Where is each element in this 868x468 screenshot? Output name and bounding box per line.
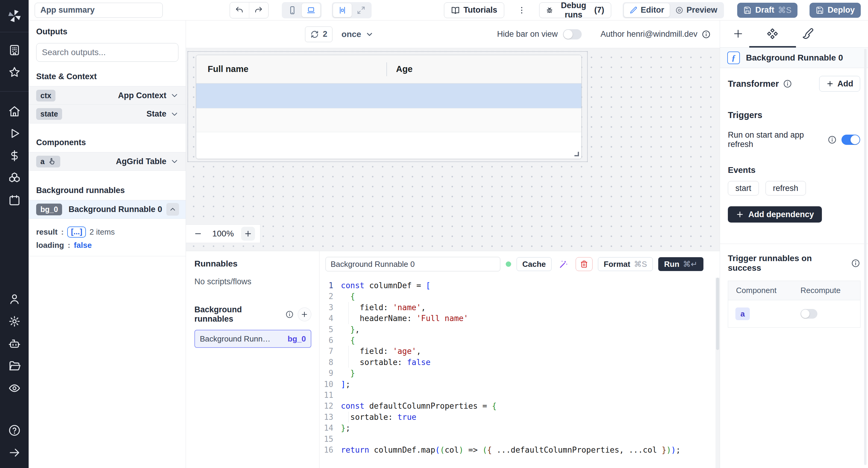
table-column-age[interactable]: Age (386, 62, 412, 76)
event-chip[interactable]: start (728, 181, 759, 196)
panel-scrollbar[interactable] (864, 49, 867, 465)
desktop-view-button[interactable] (302, 3, 320, 17)
code-line[interactable]: 8 sortable: false (319, 357, 715, 368)
code-line[interactable]: 5 }, (319, 324, 715, 335)
sidebar-item-schedules[interactable] (0, 189, 29, 211)
draft-button[interactable]: Draft ⌘S (737, 3, 798, 18)
more-menu-button[interactable] (516, 2, 527, 18)
aggrid-table-component[interactable]: Full name Age (196, 55, 582, 159)
cache-button[interactable]: Cache (517, 257, 552, 271)
event-chip[interactable]: refresh (766, 181, 806, 196)
code-line[interactable]: 11 (319, 390, 715, 401)
smartphone-icon (288, 6, 297, 15)
app-canvas[interactable]: Full name Age 100% (186, 48, 720, 251)
table-header-row: Full name Age (196, 55, 581, 84)
windmill-logo[interactable] (0, 0, 29, 32)
output-row-component-a[interactable]: a AgGrid Table (29, 152, 186, 171)
mobile-view-button[interactable] (283, 3, 302, 17)
runnable-name-input[interactable] (326, 257, 500, 271)
table-column-fullname[interactable]: Full name (196, 64, 386, 74)
component-id-label: a (40, 157, 44, 166)
debug-runs-button[interactable]: Debug runs (7) (539, 2, 611, 18)
fullscreen-button[interactable] (352, 3, 370, 17)
sidebar-item-workers[interactable] (0, 332, 29, 355)
code-line[interactable]: 3 field: 'name', (319, 302, 715, 313)
sidebar-item-resources[interactable] (0, 167, 29, 189)
resize-handle[interactable] (575, 152, 579, 156)
ai-assist-button[interactable] (557, 257, 570, 271)
code-line[interactable]: 9 } (319, 368, 715, 378)
collapse-bg0-button[interactable] (166, 203, 179, 215)
code-line[interactable]: 6 { (319, 335, 715, 346)
code-line[interactable]: 16return columnDef.map((col) => ({ ...de… (319, 444, 715, 455)
sidebar-item-users[interactable] (0, 288, 29, 310)
editor-tab[interactable]: Editor (624, 3, 670, 17)
info-icon[interactable] (851, 259, 860, 268)
deploy-button[interactable]: Deploy (809, 3, 861, 18)
code-line[interactable]: 7 field: 'age', (319, 346, 715, 357)
hide-bar-toggle[interactable] (563, 29, 582, 39)
sidebar-item-settings[interactable] (0, 310, 29, 332)
add-background-runnable-button[interactable] (298, 307, 311, 321)
refresh-mode-select[interactable]: once (341, 30, 374, 39)
run-button[interactable]: Run ⌘↵ (658, 257, 704, 271)
device-toggle-group (282, 2, 321, 19)
settings-tab[interactable] (763, 21, 782, 47)
format-button[interactable]: Format ⌘S (598, 257, 652, 271)
chevron-down-icon[interactable] (170, 157, 179, 166)
delete-runnable-button[interactable] (576, 257, 592, 271)
output-row-state[interactable]: state State (29, 105, 186, 124)
info-icon[interactable] (285, 310, 293, 319)
expand-rail-button[interactable] (0, 441, 29, 464)
editor-toolbar: Cache Format ⌘S Run ⌘↵ (319, 251, 720, 273)
home-icon (8, 105, 21, 118)
code-line[interactable]: 15 (319, 434, 715, 444)
code-line[interactable]: 12const defaultColumnProperties = { (319, 401, 715, 411)
styling-tab[interactable] (798, 21, 817, 47)
code-line[interactable]: 1const columnDef = [ (319, 280, 715, 291)
info-icon[interactable] (783, 79, 792, 88)
chevron-down-icon (365, 30, 374, 38)
add-dependency-button[interactable]: Add dependency (728, 206, 822, 223)
center-content-button[interactable] (333, 3, 352, 17)
sidebar-item-runs[interactable] (0, 122, 29, 144)
table-row-selected[interactable] (196, 84, 581, 108)
output-row-bg0[interactable]: bg_0 Background Runnable 0 (29, 200, 186, 219)
code-lines[interactable]: 1const columnDef = [2 {3 field: 'name',4… (319, 278, 715, 468)
app-summary-input[interactable] (35, 3, 163, 18)
insert-component-tab[interactable] (728, 21, 748, 47)
info-icon[interactable] (828, 135, 837, 144)
recompute-toggle[interactable] (801, 309, 817, 319)
code-line[interactable]: 2 { (319, 291, 715, 302)
zoom-out-button[interactable] (191, 227, 205, 241)
result-expand-button[interactable]: [...] (67, 227, 86, 238)
code-line[interactable]: 4 headerName: 'Full name' (319, 313, 715, 324)
preview-tab[interactable]: Preview (670, 3, 723, 17)
code-line[interactable]: 13 sortable: true (319, 412, 715, 423)
chevron-down-icon[interactable] (170, 91, 179, 100)
redo-button[interactable] (249, 2, 268, 18)
tutorials-button[interactable]: Tutorials (444, 2, 504, 18)
info-icon[interactable] (702, 30, 711, 39)
output-row-ctx[interactable]: ctx App Context (29, 86, 186, 105)
sidebar-item-favorites[interactable] (0, 61, 29, 83)
search-outputs-input[interactable] (36, 43, 179, 62)
sidebar-item-variables[interactable] (0, 144, 29, 167)
gear-icon (8, 315, 21, 328)
add-transformer-button[interactable]: Add (819, 76, 860, 92)
table-row[interactable] (196, 108, 581, 132)
sidebar-item-folders[interactable] (0, 355, 29, 377)
help-button[interactable] (0, 419, 29, 441)
code-line[interactable]: 14}; (319, 423, 715, 433)
editor-scrollbar[interactable] (715, 278, 720, 468)
sidebar-item-home[interactable] (0, 100, 29, 122)
chevron-down-icon[interactable] (170, 110, 179, 119)
sidebar-item-apps[interactable] (0, 39, 29, 61)
runnable-item-bg0[interactable]: Background Runnabl... bg_0 (194, 330, 311, 348)
zoom-in-button[interactable] (241, 227, 255, 241)
refresh-count-button[interactable]: 2 (305, 27, 333, 42)
undo-button[interactable] (230, 2, 249, 18)
code-line[interactable]: 10]; (319, 379, 715, 390)
sidebar-item-audit[interactable] (0, 377, 29, 399)
run-on-start-toggle[interactable] (841, 135, 860, 145)
